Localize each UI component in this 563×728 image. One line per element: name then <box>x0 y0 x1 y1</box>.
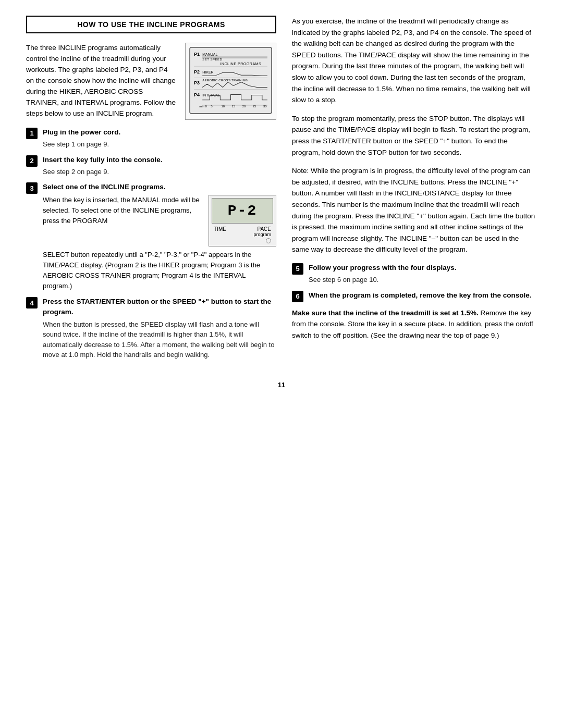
right-para4: Make sure that the incline of the treadm… <box>292 307 537 341</box>
step1-sub: See step 1 on page 9. <box>43 139 276 150</box>
right-para2: To stop the program momentarily, press t… <box>292 113 537 158</box>
step4-number: 4 <box>26 297 38 309</box>
step5-number: 5 <box>292 263 303 275</box>
step2-sub: See step 2 on page 9. <box>43 167 276 177</box>
right-column: As you exercise, the incline of the trea… <box>292 16 537 365</box>
display-screen: P-2 <box>212 198 273 224</box>
svg-text:INCLINE PROGRAMS: INCLINE PROGRAMS <box>220 62 261 66</box>
step3-continuation: SELECT button repeatedly until a "P-2," … <box>43 250 276 292</box>
step4-block: 4 Press the START/ENTER button or the SP… <box>26 297 276 360</box>
svg-text:15: 15 <box>232 105 236 108</box>
step1-number: 1 <box>26 128 38 139</box>
display-time-label: TIME <box>214 226 226 243</box>
step1-title: Plug in the power cord. <box>43 127 276 138</box>
console-diagram: P1 MANUAL SET SPEED INCLINE PROGRAMS P2 … <box>185 43 276 120</box>
step4-title: Press the START/ENTER button or the SPEE… <box>43 297 276 318</box>
svg-text:30: 30 <box>263 105 267 108</box>
right-para3: Note: While the program is in progress, … <box>292 165 537 255</box>
svg-text:P2: P2 <box>194 69 200 75</box>
step2-block: 2 Insert the key fully into the console.… <box>26 155 276 177</box>
svg-text:10: 10 <box>221 105 225 108</box>
svg-text:P3: P3 <box>194 80 200 85</box>
svg-text:INTERVAL: INTERVAL <box>202 93 220 97</box>
svg-text:min 0: min 0 <box>199 105 207 108</box>
step3-inner: When the key is inserted, the MANUAL mod… <box>43 195 276 246</box>
header-box: HOW TO USE THE INCLINE PROGRAMS <box>26 16 276 33</box>
svg-text:25: 25 <box>253 105 256 108</box>
step3-number: 3 <box>26 182 38 194</box>
step3-block: 3 Select one of the INCLINE programs. Wh… <box>26 182 276 291</box>
step3-content: Select one of the INCLINE programs. When… <box>43 182 276 291</box>
svg-text:P1: P1 <box>194 52 200 57</box>
step3-text-part: When the key is inserted, the MANUAL mod… <box>43 195 201 246</box>
console-diagram-svg: P1 MANUAL SET SPEED INCLINE PROGRAMS P2 … <box>189 46 273 115</box>
intro-section: The three INCLINE programs automatically… <box>26 43 276 120</box>
svg-text:20: 20 <box>242 105 246 108</box>
step2-number: 2 <box>26 155 38 167</box>
step4-sub: When the button is pressed, the SPEED di… <box>43 319 276 360</box>
step2-content: Insert the key fully into the console. S… <box>43 155 276 177</box>
svg-text:AEROBIC CROSS TRAINING: AEROBIC CROSS TRAINING <box>202 79 248 82</box>
page-title: HOW TO USE THE INCLINE PROGRAMS <box>33 20 269 29</box>
left-column: HOW TO USE THE INCLINE PROGRAMS The thre… <box>26 16 276 365</box>
para4-bold: Make sure that the incline of the treadm… <box>292 309 479 317</box>
step1-content: Plug in the power cord. See step 1 on pa… <box>43 127 276 150</box>
svg-text:P4: P4 <box>194 92 200 97</box>
step6-number: 6 <box>292 291 303 302</box>
step6-block: 6 When the program is completed, remove … <box>292 290 537 302</box>
step5-title: Follow your progress with the four displ… <box>309 263 537 273</box>
display-box: P-2 TIME PACE program <box>209 195 276 246</box>
step2-title: Insert the key fully into the console. <box>43 155 276 165</box>
display-pace-label: PACE program <box>253 226 271 243</box>
svg-text:MANUAL: MANUAL <box>202 53 217 56</box>
step4-content: Press the START/ENTER button or the SPEE… <box>43 297 276 360</box>
step3-text-content: When the key is inserted, the MANUAL mod… <box>43 196 200 225</box>
intro-text: The three INCLINE programs automatically… <box>26 43 177 120</box>
step5-content: Follow your progress with the four displ… <box>309 263 537 285</box>
step6-title: When the program is completed, remove th… <box>309 290 537 301</box>
step5-block: 5 Follow your progress with the four dis… <box>292 263 537 285</box>
step1-block: 1 Plug in the power cord. See step 1 on … <box>26 127 276 150</box>
step5-sub: See step 6 on page 10. <box>309 275 537 285</box>
program-indicator-circle <box>266 238 271 243</box>
svg-text:HIKER: HIKER <box>202 70 214 74</box>
step3-title: Select one of the INCLINE programs. <box>43 182 276 192</box>
step6-content: When the program is completed, remove th… <box>309 290 537 301</box>
right-para1: As you exercise, the incline of the trea… <box>292 16 537 106</box>
display-labels: TIME PACE program <box>212 226 273 243</box>
page-number: 11 <box>26 381 537 389</box>
svg-text:SET SPEED: SET SPEED <box>202 58 222 61</box>
